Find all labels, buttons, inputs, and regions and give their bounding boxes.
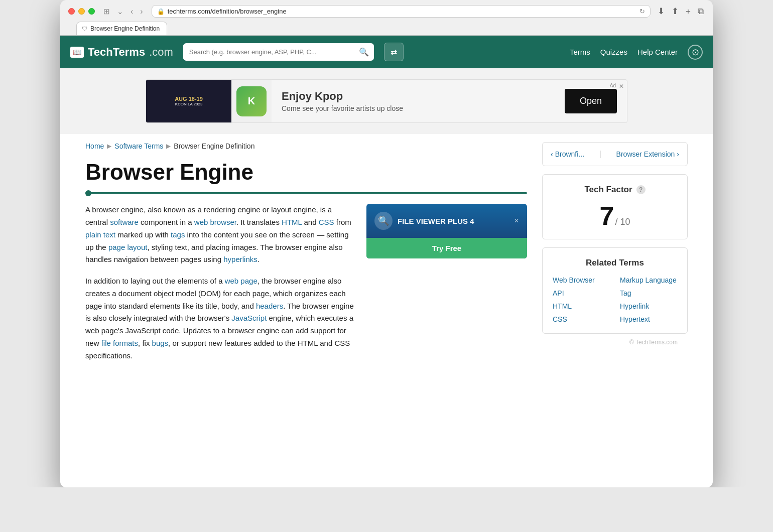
ad-title: Enjoy Kpop [282, 90, 555, 103]
copy-icon[interactable]: ⧉ [697, 6, 705, 18]
logo-icon: 📖 [70, 47, 84, 58]
search-bar[interactable]: 🔍 [183, 43, 374, 61]
tf-score: 7 [600, 201, 614, 230]
article-divider [85, 192, 527, 194]
next-chevron-icon: › [677, 150, 679, 158]
next-link[interactable]: Browser Extension › [616, 150, 679, 158]
download-icon[interactable]: ⬇ [657, 5, 666, 18]
article-paragraph-1: A browser engine, also known as a render… [85, 204, 356, 266]
rt-link-markup-language[interactable]: Markup Language [620, 276, 677, 284]
prev-link[interactable]: ‹ Brownfi... [551, 150, 584, 158]
rt-link-hypertext[interactable]: Hypertext [620, 315, 677, 323]
link-bugs[interactable]: bugs [152, 339, 169, 347]
nav-divider: | [599, 150, 601, 159]
shuffle-icon[interactable]: ⇄ [384, 43, 404, 61]
browser-chrome: ⊞ ⌄ ‹ › 🔒 techterms.com/definition/brows… [60, 0, 713, 36]
rt-link-web-browser[interactable]: Web Browser [553, 276, 610, 284]
sidebar-section: ‹ Brownfi... | Browser Extension › Tech … [542, 134, 688, 371]
link-tags[interactable]: tags [171, 230, 185, 239]
link-html[interactable]: HTML [282, 218, 302, 226]
ad-open-button[interactable]: Open [565, 89, 617, 113]
tab-title: Browser Engine Definition [90, 25, 160, 32]
ad-banner: AUG 18-19 KCON LA 2023 K Enjoy Kpop Come… [146, 79, 627, 123]
prev-chevron-icon: ‹ [551, 150, 553, 158]
maximize-button[interactable] [88, 8, 95, 15]
copyright: © TechTerms.com [542, 334, 688, 351]
site-logo[interactable]: 📖 TechTerms.com [70, 46, 173, 59]
forward-icon[interactable]: › [138, 6, 145, 17]
link-file-formats[interactable]: file formats [101, 339, 138, 347]
ad-logo: K [231, 80, 272, 122]
add-tab-icon[interactable]: + [685, 6, 692, 18]
rt-title: Related Terms [553, 258, 677, 268]
breadcrumb-arrow-2: ▶ [166, 143, 171, 150]
link-headers[interactable]: headers [256, 302, 283, 310]
ad-image: AUG 18-19 KCON LA 2023 [146, 80, 231, 122]
mac-window: ⊞ ⌄ ‹ › 🔒 techterms.com/definition/brows… [60, 0, 713, 487]
tf-title-text: Tech Factor [584, 185, 632, 195]
link-web-page[interactable]: web page [225, 277, 257, 285]
rt-link-css[interactable]: CSS [553, 315, 610, 323]
link-css[interactable]: CSS [319, 218, 334, 226]
ad-logo-img: K [236, 86, 267, 116]
prev-label: Brownfi... [555, 150, 584, 158]
close-button[interactable] [68, 8, 75, 15]
tech-factor-box: Tech Factor ? 7/ 10 [542, 174, 688, 239]
link-hyperlinks[interactable]: hyperlinks [223, 255, 257, 263]
article-text: A browser engine, also known as a render… [85, 204, 356, 371]
rt-link-api[interactable]: API [553, 289, 610, 297]
ad-subtitle: Come see your favorite artists up close [282, 104, 555, 112]
minimize-button[interactable] [78, 8, 85, 15]
search-input[interactable] [183, 44, 354, 60]
address-bar[interactable]: 🔒 techterms.com/definition/browser_engin… [152, 5, 651, 18]
nav-help[interactable]: Help Center [637, 48, 678, 56]
breadcrumb-home[interactable]: Home [85, 142, 104, 150]
rt-grid: Web Browser Markup Language API Tag HTML… [553, 276, 677, 323]
nav-links: Terms Quizzes Help Center ⊙ [570, 45, 703, 60]
link-plain-text[interactable]: plain text [85, 230, 115, 239]
site-header: 📖 TechTerms.com 🔍 ⇄ Terms Quizzes Help C… [60, 36, 713, 68]
sidebar-toggle-icon[interactable]: ⊞ [101, 6, 112, 17]
fv-ad-close-icon[interactable]: ✕ [514, 217, 519, 224]
rt-link-tag[interactable]: Tag [620, 289, 677, 297]
share-icon[interactable]: ⬆ [671, 5, 680, 18]
active-tab[interactable]: 🛡 Browser Engine Definition [76, 22, 167, 35]
fv-try-button[interactable]: Try Free [366, 238, 527, 258]
lock-icon: 🔒 [157, 8, 165, 15]
nav-terms[interactable]: Terms [570, 48, 590, 56]
fv-ad-header: 🔍 FILE VIEWER PLUS 4 ✕ [366, 204, 527, 238]
article-paragraph-2: In addition to laying out the elements o… [85, 275, 356, 362]
breadcrumb-category[interactable]: Software Terms [114, 142, 163, 150]
article-title: Browser Engine [85, 160, 527, 184]
settings-icon[interactable]: ⊙ [688, 45, 703, 60]
url-text: techterms.com/definition/browser_engine [168, 8, 636, 15]
breadcrumb: Home ▶ Software Terms ▶ Browser Engine D… [85, 134, 527, 160]
link-software[interactable]: software [110, 218, 139, 226]
rt-link-hyperlink[interactable]: Hyperlink [620, 302, 677, 310]
traffic-lights [68, 8, 95, 15]
chevron-down-icon[interactable]: ⌄ [114, 6, 126, 17]
related-terms-box: Related Terms Web Browser Markup Languag… [542, 247, 688, 334]
nav-quizzes[interactable]: Quizzes [600, 48, 627, 56]
ad-content: Enjoy Kpop Come see your favorite artist… [272, 82, 565, 120]
tf-out-of: / 10 [615, 217, 630, 227]
back-icon[interactable]: ‹ [128, 6, 136, 17]
logo-text: TechTerms [88, 46, 145, 59]
breadcrumb-current: Browser Engine Definition [174, 142, 254, 150]
divider-dot [85, 190, 91, 196]
refresh-icon[interactable]: ↻ [639, 8, 645, 15]
tf-help-icon[interactable]: ? [636, 185, 646, 194]
logo-com: .com [149, 46, 173, 59]
ad-close-icon[interactable]: ✕ [619, 83, 624, 90]
breadcrumb-arrow-1: ▶ [107, 143, 111, 150]
link-page-layout[interactable]: page layout [108, 243, 148, 251]
ad-label: Ad [610, 83, 616, 88]
file-viewer-ad[interactable]: 🔍 FILE VIEWER PLUS 4 ✕ Try Free [366, 204, 527, 258]
tf-title: Tech Factor ? [553, 185, 677, 195]
rt-link-html[interactable]: HTML [553, 302, 610, 310]
article-ad: 🔍 FILE VIEWER PLUS 4 ✕ Try Free [366, 204, 527, 258]
link-web-browser[interactable]: web browser [194, 218, 236, 226]
link-javascript[interactable]: JavaScript [231, 314, 267, 322]
search-icon[interactable]: 🔍 [354, 43, 374, 61]
fv-ad-icon: 🔍 [374, 212, 393, 230]
